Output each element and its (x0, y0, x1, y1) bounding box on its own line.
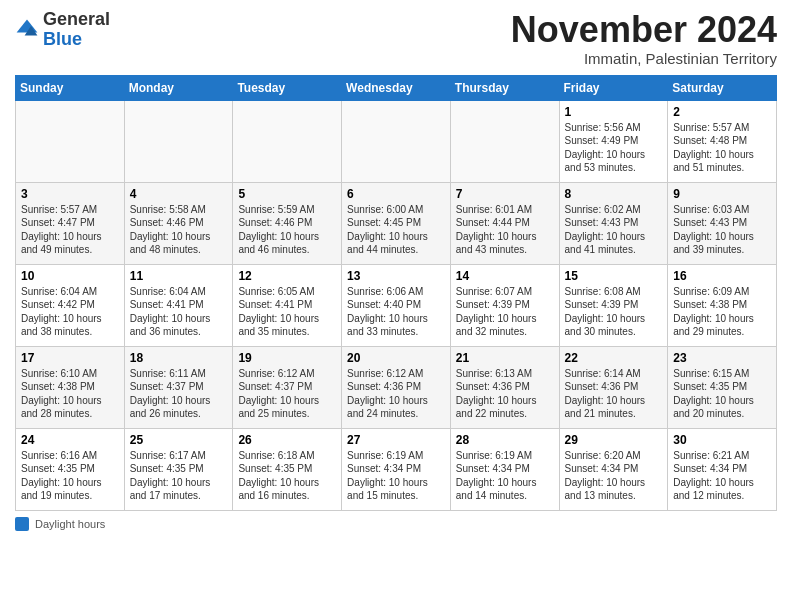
day-number: 8 (565, 187, 663, 201)
day-number: 10 (21, 269, 119, 283)
calendar-day-header: Tuesday (233, 75, 342, 100)
day-number: 23 (673, 351, 771, 365)
day-info: Sunrise: 6:11 AM Sunset: 4:37 PM Dayligh… (130, 367, 228, 421)
calendar-cell (233, 100, 342, 182)
logo: General Blue (15, 10, 110, 50)
calendar-week-row: 17Sunrise: 6:10 AM Sunset: 4:38 PM Dayli… (16, 346, 777, 428)
day-info: Sunrise: 6:00 AM Sunset: 4:45 PM Dayligh… (347, 203, 445, 257)
calendar-cell: 20Sunrise: 6:12 AM Sunset: 4:36 PM Dayli… (342, 346, 451, 428)
day-number: 22 (565, 351, 663, 365)
calendar-cell: 3Sunrise: 5:57 AM Sunset: 4:47 PM Daylig… (16, 182, 125, 264)
day-info: Sunrise: 6:04 AM Sunset: 4:42 PM Dayligh… (21, 285, 119, 339)
calendar-cell: 1Sunrise: 5:56 AM Sunset: 4:49 PM Daylig… (559, 100, 668, 182)
calendar-cell: 19Sunrise: 6:12 AM Sunset: 4:37 PM Dayli… (233, 346, 342, 428)
day-number: 29 (565, 433, 663, 447)
day-number: 25 (130, 433, 228, 447)
day-info: Sunrise: 6:09 AM Sunset: 4:38 PM Dayligh… (673, 285, 771, 339)
calendar-cell (16, 100, 125, 182)
calendar-week-row: 1Sunrise: 5:56 AM Sunset: 4:49 PM Daylig… (16, 100, 777, 182)
day-info: Sunrise: 6:21 AM Sunset: 4:34 PM Dayligh… (673, 449, 771, 503)
day-number: 26 (238, 433, 336, 447)
day-number: 27 (347, 433, 445, 447)
calendar-cell: 18Sunrise: 6:11 AM Sunset: 4:37 PM Dayli… (124, 346, 233, 428)
day-info: Sunrise: 6:20 AM Sunset: 4:34 PM Dayligh… (565, 449, 663, 503)
calendar-day-header: Saturday (668, 75, 777, 100)
calendar-cell (124, 100, 233, 182)
day-info: Sunrise: 6:05 AM Sunset: 4:41 PM Dayligh… (238, 285, 336, 339)
calendar-cell: 5Sunrise: 5:59 AM Sunset: 4:46 PM Daylig… (233, 182, 342, 264)
day-info: Sunrise: 6:12 AM Sunset: 4:36 PM Dayligh… (347, 367, 445, 421)
day-number: 13 (347, 269, 445, 283)
calendar-day-header: Thursday (450, 75, 559, 100)
day-info: Sunrise: 6:19 AM Sunset: 4:34 PM Dayligh… (347, 449, 445, 503)
day-number: 21 (456, 351, 554, 365)
day-number: 17 (21, 351, 119, 365)
calendar-table: SundayMondayTuesdayWednesdayThursdayFrid… (15, 75, 777, 511)
calendar-cell: 27Sunrise: 6:19 AM Sunset: 4:34 PM Dayli… (342, 428, 451, 510)
day-number: 6 (347, 187, 445, 201)
day-number: 2 (673, 105, 771, 119)
day-info: Sunrise: 6:14 AM Sunset: 4:36 PM Dayligh… (565, 367, 663, 421)
day-info: Sunrise: 6:07 AM Sunset: 4:39 PM Dayligh… (456, 285, 554, 339)
calendar-cell: 24Sunrise: 6:16 AM Sunset: 4:35 PM Dayli… (16, 428, 125, 510)
day-number: 9 (673, 187, 771, 201)
calendar-cell: 12Sunrise: 6:05 AM Sunset: 4:41 PM Dayli… (233, 264, 342, 346)
day-number: 18 (130, 351, 228, 365)
calendar-day-header: Friday (559, 75, 668, 100)
day-number: 30 (673, 433, 771, 447)
day-number: 12 (238, 269, 336, 283)
day-number: 1 (565, 105, 663, 119)
day-info: Sunrise: 6:18 AM Sunset: 4:35 PM Dayligh… (238, 449, 336, 503)
calendar-cell: 14Sunrise: 6:07 AM Sunset: 4:39 PM Dayli… (450, 264, 559, 346)
calendar-cell: 30Sunrise: 6:21 AM Sunset: 4:34 PM Dayli… (668, 428, 777, 510)
calendar-cell: 23Sunrise: 6:15 AM Sunset: 4:35 PM Dayli… (668, 346, 777, 428)
calendar-cell: 10Sunrise: 6:04 AM Sunset: 4:42 PM Dayli… (16, 264, 125, 346)
day-info: Sunrise: 6:13 AM Sunset: 4:36 PM Dayligh… (456, 367, 554, 421)
day-number: 16 (673, 269, 771, 283)
calendar-day-header: Monday (124, 75, 233, 100)
calendar-cell: 4Sunrise: 5:58 AM Sunset: 4:46 PM Daylig… (124, 182, 233, 264)
calendar-cell: 15Sunrise: 6:08 AM Sunset: 4:39 PM Dayli… (559, 264, 668, 346)
day-info: Sunrise: 5:57 AM Sunset: 4:47 PM Dayligh… (21, 203, 119, 257)
logo-text: General Blue (43, 10, 110, 50)
day-info: Sunrise: 5:56 AM Sunset: 4:49 PM Dayligh… (565, 121, 663, 175)
calendar-week-row: 24Sunrise: 6:16 AM Sunset: 4:35 PM Dayli… (16, 428, 777, 510)
calendar-cell (450, 100, 559, 182)
calendar-cell: 17Sunrise: 6:10 AM Sunset: 4:38 PM Dayli… (16, 346, 125, 428)
day-number: 7 (456, 187, 554, 201)
title-section: November 2024 Immatin, Palestinian Terri… (511, 10, 777, 67)
day-number: 28 (456, 433, 554, 447)
legend-label: Daylight hours (35, 518, 105, 530)
location-subtitle: Immatin, Palestinian Territory (511, 50, 777, 67)
calendar-cell: 16Sunrise: 6:09 AM Sunset: 4:38 PM Dayli… (668, 264, 777, 346)
legend: Daylight hours (15, 517, 777, 531)
calendar-cell: 26Sunrise: 6:18 AM Sunset: 4:35 PM Dayli… (233, 428, 342, 510)
legend-color-swatch (15, 517, 29, 531)
day-number: 20 (347, 351, 445, 365)
day-info: Sunrise: 5:57 AM Sunset: 4:48 PM Dayligh… (673, 121, 771, 175)
calendar-cell: 8Sunrise: 6:02 AM Sunset: 4:43 PM Daylig… (559, 182, 668, 264)
calendar-cell (342, 100, 451, 182)
calendar-cell: 29Sunrise: 6:20 AM Sunset: 4:34 PM Dayli… (559, 428, 668, 510)
day-info: Sunrise: 6:16 AM Sunset: 4:35 PM Dayligh… (21, 449, 119, 503)
page-header: General Blue November 2024 Immatin, Pale… (15, 10, 777, 67)
calendar-cell: 21Sunrise: 6:13 AM Sunset: 4:36 PM Dayli… (450, 346, 559, 428)
calendar-header-row: SundayMondayTuesdayWednesdayThursdayFrid… (16, 75, 777, 100)
day-info: Sunrise: 6:04 AM Sunset: 4:41 PM Dayligh… (130, 285, 228, 339)
day-number: 15 (565, 269, 663, 283)
day-number: 3 (21, 187, 119, 201)
day-number: 11 (130, 269, 228, 283)
calendar-cell: 11Sunrise: 6:04 AM Sunset: 4:41 PM Dayli… (124, 264, 233, 346)
day-number: 14 (456, 269, 554, 283)
calendar-cell: 7Sunrise: 6:01 AM Sunset: 4:44 PM Daylig… (450, 182, 559, 264)
calendar-week-row: 3Sunrise: 5:57 AM Sunset: 4:47 PM Daylig… (16, 182, 777, 264)
calendar-cell: 22Sunrise: 6:14 AM Sunset: 4:36 PM Dayli… (559, 346, 668, 428)
day-info: Sunrise: 6:01 AM Sunset: 4:44 PM Dayligh… (456, 203, 554, 257)
day-info: Sunrise: 6:02 AM Sunset: 4:43 PM Dayligh… (565, 203, 663, 257)
calendar-week-row: 10Sunrise: 6:04 AM Sunset: 4:42 PM Dayli… (16, 264, 777, 346)
calendar-cell: 2Sunrise: 5:57 AM Sunset: 4:48 PM Daylig… (668, 100, 777, 182)
logo-icon (15, 18, 39, 42)
month-title: November 2024 (511, 10, 777, 50)
day-info: Sunrise: 6:03 AM Sunset: 4:43 PM Dayligh… (673, 203, 771, 257)
day-number: 19 (238, 351, 336, 365)
